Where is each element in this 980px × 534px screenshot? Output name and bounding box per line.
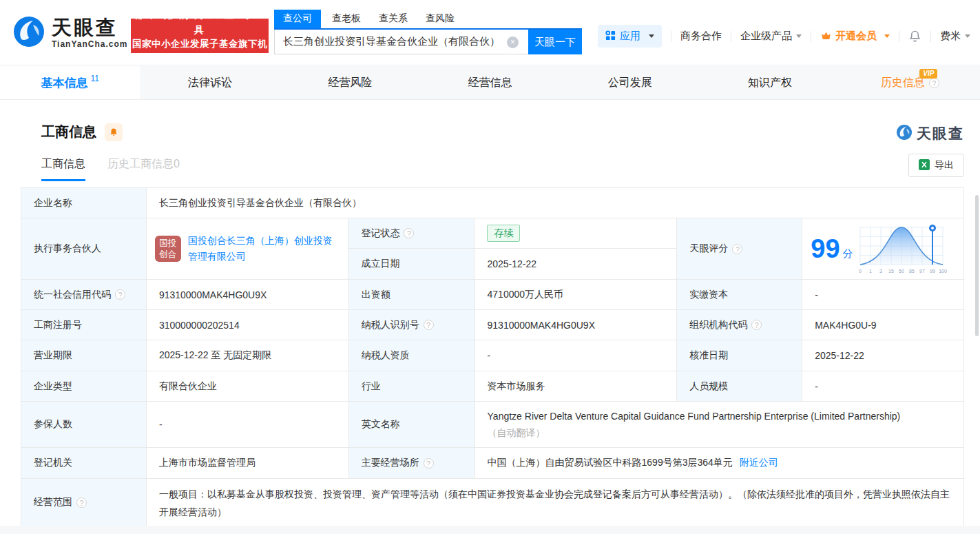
nearby-companies-link[interactable]: 附近公司: [740, 457, 778, 469]
table-row: 参保人数 - 英文名称 Yangtze River Delta Venture …: [21, 402, 964, 448]
export-button[interactable]: 导出: [908, 154, 964, 177]
taxpayer-no-value: 91310000MAK4HG0U9X: [475, 310, 678, 340]
tab-basic-info-count: 11: [90, 74, 98, 83]
address-label: 主要经营场所?: [349, 448, 475, 479]
company-type-value: 有限合伙企业: [147, 371, 349, 402]
tab-intellectual-property[interactable]: 知识产权: [700, 66, 840, 99]
reg-no-label: 工商注册号: [21, 310, 147, 340]
english-name-value: Yangtze River Delta Venture Capital Guid…: [488, 408, 901, 424]
tianyancha-eye-icon: [12, 15, 45, 51]
term-value: 2025-12-22 至 无固定期限: [147, 340, 349, 371]
address-value: 中国（上海）自由贸易试验区中科路1699号第3层364单元: [488, 457, 733, 469]
score-value: 99: [811, 235, 840, 263]
subtab-business-info[interactable]: 工商信息: [41, 157, 85, 181]
question-icon[interactable]: ?: [732, 244, 742, 254]
business-info-table: 企业名称 长三角创业投资引导基金合伙企业（有限合伙） 执行事务合伙人 国投创合 …: [21, 187, 964, 526]
executive-partner-cell: 国投创合 国投创合长三角（上海）创业投资管理有限公司: [147, 218, 349, 280]
tab-basic-info-label: 基本信息: [41, 75, 87, 91]
vertical-scrollbar[interactable]: [975, 195, 979, 336]
authority-label: 登记机关: [21, 448, 147, 479]
capital-value: 4710000万人民币: [475, 280, 678, 310]
status-badge: 存续: [487, 225, 520, 242]
scope-label: 经营范围?: [21, 479, 147, 526]
username: 费米: [940, 30, 961, 43]
vip-badge: VIP: [919, 69, 937, 79]
search-tabs: 查公司 查老板 查关系 查风险: [274, 10, 582, 30]
tab-legal-litigation[interactable]: 法律诉讼: [140, 66, 280, 99]
score-distribution-chart: 0 1 3 15 50 85 97 99 100: [856, 220, 947, 278]
tianyancha-logo[interactable]: 天眼查 TianYanCha.com: [12, 15, 127, 51]
search-tab-risk[interactable]: 查风险: [426, 10, 455, 28]
svg-text:50: 50: [899, 269, 904, 274]
table-row: 统一社会信用代码? 91310000MAK4HG0U9X 出资额 4710000…: [21, 280, 964, 310]
chevron-down-icon: [649, 34, 654, 38]
insured-label: 参保人数: [21, 402, 147, 448]
table-row: 企业名称 长三角创业投资引导基金合伙企业（有限合伙）: [21, 188, 964, 218]
insured-value: -: [147, 402, 349, 448]
divider: [811, 31, 811, 42]
question-icon[interactable]: ?: [751, 320, 762, 330]
industry-value: 资本市场服务: [475, 371, 678, 402]
table-row: 执行事务合伙人 国投创合 国投创合长三角（上海）创业投资管理有限公司 登记状态?…: [21, 218, 964, 280]
open-vip-label: 开通会员: [835, 30, 877, 43]
taxpayer-quality-label: 纳税人资质: [349, 340, 475, 371]
partner-avatar[interactable]: 国投创合: [155, 236, 181, 262]
user-menu[interactable]: 费米: [940, 30, 970, 43]
clear-icon[interactable]: ×: [507, 37, 519, 48]
company-name-value: 长三角创业投资引导基金合伙企业（有限合伙）: [147, 188, 964, 218]
crown-icon: [820, 30, 832, 43]
open-vip-menu[interactable]: 开通会员: [820, 30, 890, 43]
svg-text:97: 97: [919, 269, 925, 274]
approval-date-label: 核准日期: [677, 340, 802, 371]
score-unit: 分: [843, 247, 853, 260]
capital-label: 出资额: [349, 280, 475, 310]
bell-icon: [908, 30, 921, 43]
approval-date-value: 2025-12-22: [802, 340, 964, 371]
question-icon[interactable]: ?: [424, 458, 434, 469]
question-icon[interactable]: ?: [404, 228, 414, 238]
apps-menu[interactable]: 应用: [598, 25, 662, 48]
staff-size-label: 人员规模: [677, 371, 802, 402]
tab-basic-info[interactable]: 基本信息 11: [0, 66, 140, 99]
business-cooperation-link[interactable]: 商务合作: [680, 30, 722, 43]
export-label: 导出: [935, 159, 954, 172]
promo-line2: 国家中小企业发展子基金旗下机构: [131, 37, 269, 65]
enterprise-product-label: 企业级产品: [740, 30, 792, 43]
reg-status-cell: 存续: [475, 218, 677, 249]
staff-size-value: -: [802, 371, 964, 402]
apps-label: 应用: [620, 30, 640, 43]
tab-operation-risk[interactable]: 经营风险: [280, 66, 420, 99]
search-button[interactable]: 天眼一下: [528, 30, 582, 54]
credit-code-value: 91310000MAK4HG0U9X: [147, 280, 349, 310]
search-tab-boss[interactable]: 查老板: [332, 10, 361, 28]
svg-text:100: 100: [939, 269, 947, 274]
term-label: 营业期限: [21, 340, 147, 371]
tab-operation-info[interactable]: 经营信息: [420, 66, 560, 99]
promo-banner: 都 在 用 的 商 业 查 询 工 具 国家中小企业发展子基金旗下机构: [131, 19, 269, 53]
divider: [930, 31, 931, 42]
tab-history-info[interactable]: VIP 历史信息 ?: [840, 66, 980, 99]
tab-company-development[interactable]: 公司发展: [560, 66, 700, 99]
question-icon[interactable]: ?: [424, 320, 434, 330]
search-input[interactable]: [274, 30, 528, 54]
tyc-score-label: 天眼评分?: [677, 218, 802, 280]
subscribe-bell-button[interactable]: [105, 123, 123, 141]
enterprise-product-menu[interactable]: 企业级产品: [740, 30, 802, 43]
question-icon[interactable]: ?: [115, 289, 125, 300]
executive-partner-label: 执行事务合伙人: [21, 218, 147, 280]
search-tab-company[interactable]: 查公司: [274, 10, 321, 28]
svg-text:3: 3: [879, 269, 882, 274]
partner-company-link[interactable]: 国投创合长三角（上海）创业投资管理有限公司: [188, 233, 340, 265]
section-subtabs: 工商信息 历史工商信息0: [41, 157, 180, 181]
english-name-label: 英文名称: [349, 402, 475, 448]
notification-bell[interactable]: [908, 30, 921, 43]
question-icon[interactable]: ?: [76, 497, 87, 508]
watermark-brand-text: 天眼查: [917, 124, 964, 143]
question-icon[interactable]: ?: [929, 78, 939, 88]
paid-capital-label: 实缴资本: [677, 280, 802, 310]
search-tab-relation[interactable]: 查关系: [379, 10, 408, 28]
company-name-label: 企业名称: [21, 188, 147, 218]
svg-text:1: 1: [869, 269, 872, 274]
industry-label: 行业: [349, 371, 475, 402]
subtab-history-business-info[interactable]: 历史工商信息0: [107, 157, 180, 172]
